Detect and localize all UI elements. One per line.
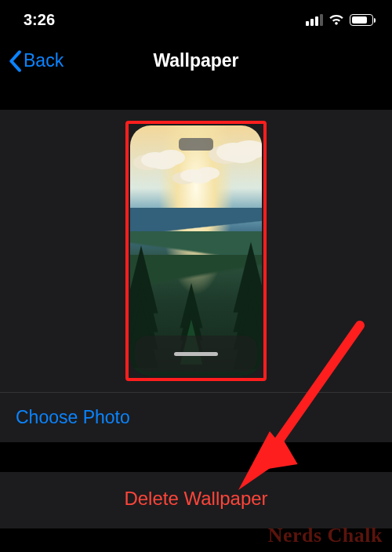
back-button[interactable]: Back	[8, 50, 64, 72]
watermark: Nerds Chalk	[268, 524, 383, 547]
delete-wallpaper-button[interactable]: Delete Wallpaper	[0, 472, 392, 528]
annotation-highlight	[125, 121, 267, 381]
delete-wallpaper-label: Delete Wallpaper	[124, 488, 267, 509]
status-indicators	[306, 13, 373, 26]
home-indicator-icon	[174, 352, 218, 356]
wallpaper-section: Choose Photo	[0, 110, 392, 442]
cellular-icon	[306, 14, 323, 26]
back-label: Back	[24, 50, 64, 71]
battery-icon	[350, 14, 373, 26]
chevron-left-icon	[8, 50, 22, 72]
delete-section: Delete Wallpaper	[0, 472, 392, 528]
wifi-icon	[328, 13, 345, 26]
choose-photo-label: Choose Photo	[16, 407, 130, 427]
wallpaper-preview[interactable]	[130, 125, 262, 376]
choose-photo-button[interactable]: Choose Photo	[0, 393, 392, 442]
nav-bar: Back Wallpaper	[0, 39, 392, 82]
status-time: 3:26	[24, 11, 55, 29]
status-bar: 3:26	[0, 0, 392, 39]
preview-notch	[179, 138, 213, 151]
preview-dock	[135, 336, 257, 372]
wallpaper-preview-row	[0, 110, 392, 393]
